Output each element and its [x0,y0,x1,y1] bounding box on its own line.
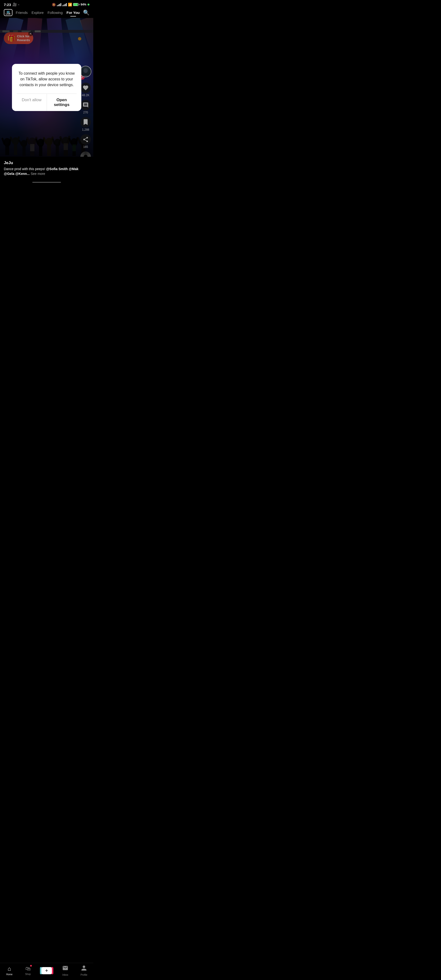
battery-indicator [73,3,79,6]
video-area: 🎁 Click for Rewards × [0,18,93,157]
nav-foryou[interactable]: For You [67,11,79,14]
nav-friends[interactable]: Friends [16,11,28,14]
green-dot [87,3,89,5]
battery-fill [73,3,78,6]
nav-links: Friends Explore Following For You [16,11,80,14]
live-button[interactable]: 📺 LIVE [4,9,13,16]
signal-bar-1 [57,5,58,6]
battery-percent: 94% [81,3,86,6]
signal-bar-7 [65,4,65,6]
home-indicator [32,182,61,183]
search-icon[interactable]: 🔍 [83,10,89,16]
signal-bar-2 [58,5,59,6]
signal-bars-2 [62,3,67,6]
dialog-actions: Don't allow Open settings [17,94,76,111]
dialog-overlay: To connect with people you know on TikTo… [0,18,93,157]
mention-sofia[interactable]: @Sofia Smith [46,167,68,171]
mention-gela[interactable]: @Gela [4,172,14,176]
time: 7:23 [4,3,11,7]
home-indicator-area [0,180,93,184]
permission-dialog: To connect with people you know on TikTo… [12,64,81,111]
live-label: LIVE [6,13,11,15]
open-settings-button[interactable]: Open settings [47,94,77,111]
mute-icon: 🔕 [52,3,56,6]
signal-bar-5 [62,5,63,6]
caption-area: JeJu Dance prod with this peeps! @Sofia … [0,157,93,180]
battery-body [73,3,78,6]
creator-username[interactable]: JeJu [4,161,89,165]
battery-tip [79,4,79,5]
video-caption: Dance prod with this peeps! @Sofia Smith… [4,167,89,176]
signal-bars [57,3,61,6]
signal-bar-4 [60,3,61,6]
signal-bar-3 [59,4,60,6]
dot: • [18,3,19,6]
mention-kenn[interactable]: @Kenn... [15,172,30,176]
signal-bar-8 [66,3,67,6]
dont-allow-button[interactable]: Don't allow [17,94,47,111]
mention-mak[interactable]: @Mak [69,167,78,171]
signal-bar-6 [63,5,64,6]
status-right: 🔕 📶 94% [52,3,89,6]
wifi-icon: 📶 [68,3,72,6]
nav-following[interactable]: Following [48,11,63,14]
nav-explore[interactable]: Explore [32,11,44,14]
top-nav: 📺 LIVE Friends Explore Following For You… [0,8,93,18]
dialog-message: To connect with people you know on TikTo… [17,71,76,88]
status-left: 7:23 🎥 • [4,2,19,7]
see-more-link[interactable]: See more [31,172,45,176]
status-bar: 7:23 🎥 • 🔕 📶 94% [0,0,93,8]
camera-icon: 🎥 [13,2,17,7]
caption-text: Dance prod with this peeps! [4,167,46,171]
